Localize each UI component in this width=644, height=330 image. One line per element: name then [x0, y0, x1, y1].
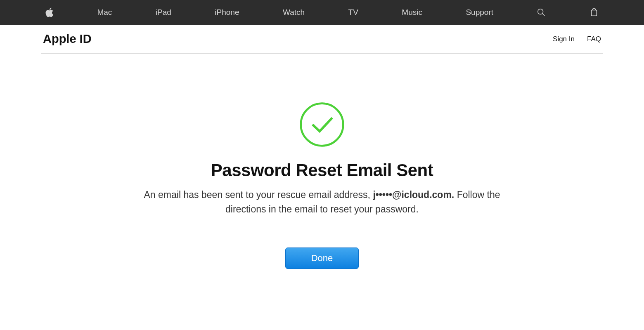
faq-link[interactable]: FAQ	[587, 35, 601, 43]
nav-item-watch[interactable]: Watch	[283, 8, 305, 17]
masked-email: j•••••@icloud.com.	[373, 189, 454, 200]
main-content: Password Reset Email Sent An email has b…	[0, 54, 644, 269]
description: An email has been sent to your rescue em…	[140, 188, 504, 216]
description-prefix: An email has been sent to your rescue em…	[144, 189, 373, 200]
apple-logo-icon[interactable]	[45, 7, 54, 17]
bag-icon[interactable]	[590, 8, 599, 17]
svg-line-1	[542, 14, 545, 16]
headline: Password Reset Email Sent	[0, 160, 644, 180]
local-nav: Apple ID Sign In FAQ	[41, 25, 603, 54]
success-check-icon	[298, 101, 346, 148]
nav-item-ipad[interactable]: iPad	[156, 8, 171, 17]
svg-rect-2	[592, 10, 597, 16]
svg-point-0	[538, 9, 543, 14]
nav-item-music[interactable]: Music	[402, 8, 422, 17]
nav-item-support[interactable]: Support	[466, 8, 493, 17]
search-icon[interactable]	[537, 8, 546, 17]
global-nav: Mac iPad iPhone Watch TV Music Support	[0, 0, 644, 25]
nav-item-tv[interactable]: TV	[348, 8, 358, 17]
svg-point-3	[301, 104, 343, 146]
nav-item-mac[interactable]: Mac	[97, 8, 112, 17]
nav-item-iphone[interactable]: iPhone	[215, 8, 239, 17]
done-button[interactable]: Done	[285, 248, 359, 269]
sign-in-link[interactable]: Sign In	[553, 35, 575, 43]
page-title: Apple ID	[43, 32, 92, 46]
